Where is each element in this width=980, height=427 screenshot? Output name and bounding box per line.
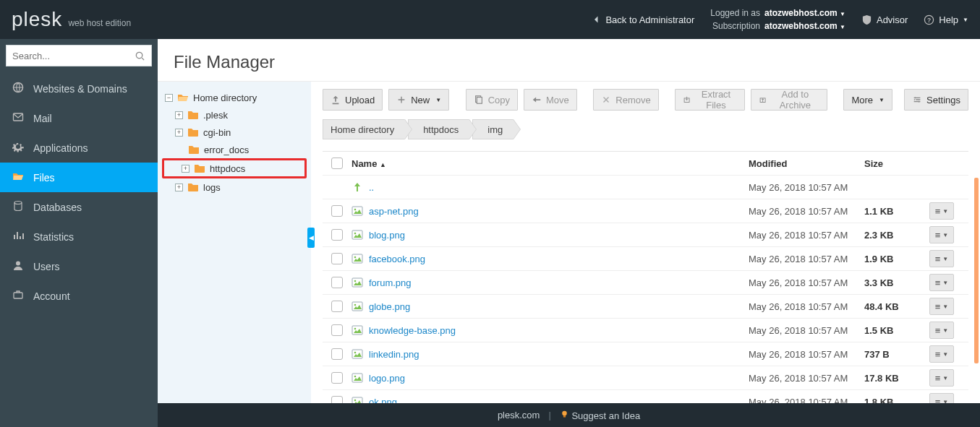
file-link[interactable]: knowledge-base.png: [369, 325, 456, 336]
size-cell: 48.4 KB: [864, 301, 929, 312]
briefcase-icon: [12, 289, 24, 301]
footer-suggest-link[interactable]: Suggest an Idea: [560, 410, 640, 421]
row-checkbox[interactable]: [331, 372, 343, 384]
settings-button[interactable]: Settings: [904, 89, 968, 111]
file-link[interactable]: globe.png: [369, 301, 410, 312]
file-row: knowledge-base.pngMay 26, 2018 10:57 AM1…: [323, 319, 968, 342]
expand-icon[interactable]: +: [175, 129, 183, 137]
nav-account[interactable]: Account: [0, 281, 158, 311]
col-name[interactable]: Name ▲: [351, 158, 749, 169]
tree-resize-handle[interactable]: ◀: [307, 228, 315, 248]
col-size[interactable]: Size: [864, 158, 929, 169]
subscription-link[interactable]: atozwebhost.com ▼: [764, 20, 845, 33]
search-button[interactable]: [131, 46, 148, 66]
tree-root[interactable]: − Home directory: [162, 89, 307, 106]
more-button[interactable]: More▼: [843, 89, 892, 111]
nav-files[interactable]: Files: [0, 163, 158, 192]
database-icon: [12, 200, 24, 212]
advisor-label: Advisor: [877, 14, 908, 25]
tree-item-logs[interactable]: + logs: [162, 178, 307, 196]
expand-icon[interactable]: +: [175, 184, 183, 191]
footer: plesk.com | Suggest an Idea: [158, 403, 980, 427]
select-all-checkbox[interactable]: [331, 158, 343, 169]
row-menu-button[interactable]: ≡ ▼: [929, 345, 954, 363]
collapse-icon[interactable]: −: [165, 94, 173, 102]
row-menu-button[interactable]: ≡ ▼: [929, 369, 954, 387]
size-cell: 1.5 KB: [864, 325, 929, 336]
search-box: [6, 45, 152, 66]
back-to-admin-link[interactable]: Back to Administrator: [592, 14, 694, 25]
file-link[interactable]: forum.png: [369, 277, 412, 288]
new-button[interactable]: New▼: [388, 89, 449, 111]
copy-button[interactable]: Copy: [466, 89, 518, 111]
logged-in-user-link[interactable]: atozwebhost.com ▼: [764, 7, 845, 20]
file-workarea: Upload New▼ Copy Move Remove Extract Fil…: [311, 82, 980, 427]
expand-icon[interactable]: +: [175, 111, 183, 119]
file-row: forum.pngMay 26, 2018 10:57 AM3.3 KB≡ ▼: [323, 271, 968, 295]
plus-icon: [396, 95, 406, 105]
sidebar: Websites & Domains Mail Applications Fil…: [0, 39, 158, 427]
row-menu-button[interactable]: ≡ ▼: [929, 322, 954, 339]
breadcrumb-item[interactable]: img: [472, 119, 514, 139]
tree-item-plesk[interactable]: + .plesk: [162, 106, 307, 124]
btn-label: Copy: [488, 95, 510, 105]
row-checkbox[interactable]: [331, 348, 343, 360]
nav-statistics[interactable]: Statistics: [0, 222, 158, 251]
advisor-link[interactable]: Advisor: [861, 14, 908, 25]
file-row: facebook.pngMay 26, 2018 10:57 AM1.9 KB≡…: [323, 247, 968, 271]
row-checkbox[interactable]: [331, 324, 343, 336]
row-checkbox[interactable]: [331, 205, 343, 217]
scrollbar[interactable]: [974, 120, 979, 366]
folder-icon: [187, 126, 199, 138]
row-checkbox[interactable]: [331, 229, 343, 241]
tree-item-error-docs[interactable]: error_docs: [162, 141, 307, 158]
file-link[interactable]: asp-net.png: [369, 206, 419, 217]
col-modified[interactable]: Modified: [749, 158, 864, 169]
row-menu-button[interactable]: ≡ ▼: [929, 298, 954, 315]
move-button[interactable]: Move: [524, 89, 577, 111]
file-link[interactable]: facebook.png: [369, 254, 425, 264]
help-link[interactable]: Help ▼: [924, 14, 968, 25]
size-cell: 17.8 KB: [864, 373, 929, 384]
up-label[interactable]: ..: [369, 182, 374, 193]
file-link[interactable]: logo.png: [369, 373, 405, 384]
file-row: blog.pngMay 26, 2018 10:57 AM2.3 KB≡ ▼: [323, 223, 968, 247]
up-directory-row[interactable]: .. May 26, 2018 10:57 AM: [323, 176, 968, 199]
nav-mail[interactable]: Mail: [0, 103, 158, 133]
row-menu-button[interactable]: ≡ ▼: [929, 226, 954, 243]
extract-button[interactable]: Extract Files: [675, 89, 744, 111]
nav-applications[interactable]: Applications: [0, 133, 158, 163]
search-input[interactable]: [7, 51, 151, 61]
upload-button[interactable]: Upload: [323, 89, 383, 111]
settings-icon: [912, 95, 922, 105]
btn-label: Add to Archive: [771, 89, 819, 111]
row-menu-button[interactable]: ≡ ▼: [929, 250, 954, 267]
btn-label: More: [851, 95, 873, 105]
btn-label: Settings: [926, 95, 960, 105]
row-checkbox[interactable]: [331, 253, 343, 264]
nav-label: Users: [33, 261, 60, 272]
tree-item-label: .plesk: [203, 110, 228, 121]
expand-icon[interactable]: +: [182, 165, 189, 173]
shield-icon: [861, 14, 872, 25]
breadcrumb-item[interactable]: httpdocs: [408, 119, 469, 139]
tree-item-cgi-bin[interactable]: + cgi-bin: [162, 124, 307, 141]
tree-item-httpdocs[interactable]: + httpdocs: [162, 158, 307, 178]
archive-button[interactable]: Add to Archive: [751, 89, 827, 111]
nav-websites-domains[interactable]: Websites & Domains: [0, 74, 158, 103]
size-cell: 3.3 KB: [864, 277, 929, 288]
chevron-down-icon: ▼: [879, 97, 885, 103]
file-link[interactable]: linkedin.png: [369, 349, 419, 360]
tree-item-label: httpdocs: [210, 163, 245, 174]
row-checkbox[interactable]: [331, 277, 343, 288]
remove-button[interactable]: Remove: [593, 89, 658, 111]
breadcrumb-item[interactable]: Home directory: [323, 119, 405, 139]
file-link[interactable]: blog.png: [369, 230, 405, 241]
footer-site-link[interactable]: plesk.com: [498, 410, 540, 420]
nav-users[interactable]: Users: [0, 251, 158, 281]
nav-databases[interactable]: Databases: [0, 192, 158, 222]
row-menu-button[interactable]: ≡ ▼: [929, 202, 954, 220]
row-checkbox[interactable]: [331, 301, 343, 312]
row-menu-button[interactable]: ≡ ▼: [929, 274, 954, 291]
account-info: Logged in as atozwebhost.com ▼ Subscript…: [710, 7, 845, 33]
